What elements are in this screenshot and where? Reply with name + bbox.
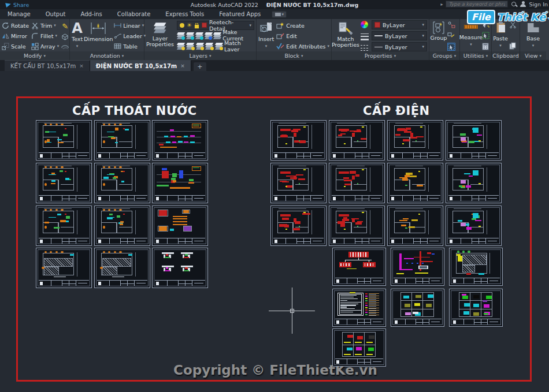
rotate-icon [2,22,9,29]
erase-pencil-icon[interactable]: ✎ [61,22,69,31]
offset-icon[interactable] [61,44,69,50]
linetype-icon[interactable] [361,45,369,51]
dimension-button[interactable]: Dimension [85,20,112,51]
edit-block-button[interactable]: Edit [276,31,329,40]
drawing-canvas[interactable]: CẤP THOÁT NƯỚC CẤP ĐIỆN Copyright © File… [0,71,549,392]
search-scope-caret[interactable]: ▸ [440,2,443,7]
featured-apps-image-button[interactable]: ▾ [272,11,287,18]
sheet-thumbnail-symgrid [391,289,444,327]
group-selection-toggle[interactable] [447,43,455,51]
layer-thaw2-icon[interactable] [196,42,203,50]
paste-button[interactable]: Paste▾ [494,20,507,51]
block-panel-label[interactable]: Block▾ [257,51,331,60]
filethietke-logo: FileThiết Kế.vn [467,10,549,24]
layer-properties-button[interactable]: Layer Properties [146,20,174,51]
fillet-icon [31,32,39,40]
ribbon-tab-output[interactable]: Output [38,11,73,17]
properties-panel-label[interactable]: Properties▾ [332,51,429,60]
table-button[interactable]: Table [114,42,146,51]
view-panel: Base▾ View▾ [520,19,546,60]
water-section-title: CẤP THOÁT NƯỚC [72,104,197,118]
fillet-button[interactable]: Fillet▾ [31,31,59,40]
match-properties-button[interactable]: Match Properties [333,20,358,51]
clipboard-panel-label[interactable]: Clipboard [492,51,520,60]
ribbon-tab-express-tools[interactable]: Express Tools [158,11,212,17]
layer-freeze-icon[interactable] [195,32,203,39]
layer-isolate-icon[interactable] [177,32,184,39]
ribbon-tab-collaborate[interactable]: Collaborate [110,11,158,17]
close-tab-icon[interactable]: × [180,63,185,69]
rotate-button[interactable]: Rotate [2,21,29,30]
document-tab[interactable]: KẾT CẤU BT 10,5x17m× [5,60,90,71]
sheet-thumbnail-eplan_red [329,206,385,246]
object-color-dropdown[interactable]: ByLayer▾ [372,20,427,29]
layers-panel-label[interactable]: Layers▾ [144,51,256,60]
groups-panel-label[interactable]: Groups▾ [429,51,459,60]
sheet-thumbnail-eplan_or [387,206,443,246]
edit-attributes-button[interactable]: Edit Attributes▾ [276,42,329,51]
ribbon-tab-featured-apps[interactable]: Featured Apps [212,11,268,17]
search-input[interactable] [446,1,508,8]
text-button[interactable]: A Text▾ [72,20,83,51]
layer-off-icon[interactable] [177,42,184,50]
copy-icon[interactable] [509,42,517,50]
group-button[interactable]: Group [431,20,446,51]
new-tab-button[interactable]: + [194,62,206,71]
linetype-sample [374,47,383,47]
sheet-thumbnail-colorgrid [449,289,503,327]
ungroup-icon[interactable] [447,21,455,29]
base-button[interactable]: Base▾ [525,20,542,51]
search-icon[interactable] [511,1,517,8]
layer-unlock2-icon[interactable] [205,42,213,50]
color-chip [374,22,380,28]
document-tab[interactable]: ĐIỆN NƯỚC BT 10,5x17m× [90,60,191,71]
array-button[interactable]: Array▾ [31,42,59,51]
view-panel-label[interactable]: View▾ [520,51,546,60]
lineweight-icon[interactable] [361,33,369,40]
quick-calc-icon[interactable] [482,43,490,51]
document-tab-bar: KẾT CẤU BT 10,5x17m×ĐIỆN NƯỚC BT 10,5x17… [0,60,549,71]
scale-button[interactable]: Scale [2,42,29,51]
sign-in-button[interactable]: Sign In [529,1,548,8]
mirror-button[interactable]: Mirror [2,31,29,40]
layer-on2-icon[interactable] [186,42,194,50]
annotation-panel-label[interactable]: Annotation▾ [70,51,144,60]
scale-icon [2,43,9,50]
properties-panel: Match Properties ByLayer▾ ByLayer▾ [332,19,429,60]
sheet-thumbnail-eplan_red [329,120,385,160]
block-panel: Insert▾ Create Edit Edit Attributes▾ Blo… [257,19,332,60]
group-edit-icon[interactable] [447,32,455,40]
explode-box-icon[interactable] [61,33,69,40]
annotation-panel: A Text▾ Dimension Linear▾ Leader▾ [70,19,144,60]
trim-button[interactable]: Trim▾ [31,21,59,30]
insert-button[interactable]: Insert▾ [258,20,274,51]
lineweight-dropdown[interactable]: ByLayer▾ [372,31,427,40]
linear-button[interactable]: Linear▾ [114,21,146,30]
autocad-window: Share Autodesk AutoCAD 2022ĐIỆN NƯỚC BT … [0,0,549,392]
create-block-icon [276,22,284,29]
make-current-icon[interactable] [213,32,221,39]
layer-lock-icon[interactable] [205,32,212,39]
layer-dropdown[interactable]: ☀ Reetech-Detail ▾ [177,21,254,30]
linetype-dropdown[interactable]: ByLayer▾ [372,42,427,51]
sheet-thumbnail-roof_y [449,248,503,286]
match-layer-button[interactable]: Match Layer [224,40,254,53]
insert-icon [259,21,273,35]
measure-button[interactable]: Measure▾ [462,20,480,51]
user-icon[interactable] [520,1,526,8]
quick-select-icon[interactable] [482,32,490,40]
layers-panel: Layer Properties ☀ Reetech-Detail ▾ [144,19,257,60]
ribbon-tab-add-ins[interactable]: Add-ins [73,11,109,17]
leader-button[interactable]: Leader▾ [114,31,146,40]
color-wheel-icon[interactable] [361,21,368,28]
layer-unisolate-icon[interactable] [186,32,194,39]
close-tab-icon[interactable]: × [79,63,84,69]
utilities-panel-label[interactable]: Utilities▾ [460,51,491,60]
create-block-button[interactable]: Create [276,21,329,30]
ribbon-tab-manage[interactable]: Manage [0,11,38,17]
document-tab-label: KẾT CẤU BT 10,5x17m [10,63,76,69]
leader-icon [114,33,121,39]
lineweight-sample [374,35,383,36]
modify-panel-label[interactable]: Modify▾ [0,51,69,60]
match-layer-icon[interactable] [215,42,222,50]
